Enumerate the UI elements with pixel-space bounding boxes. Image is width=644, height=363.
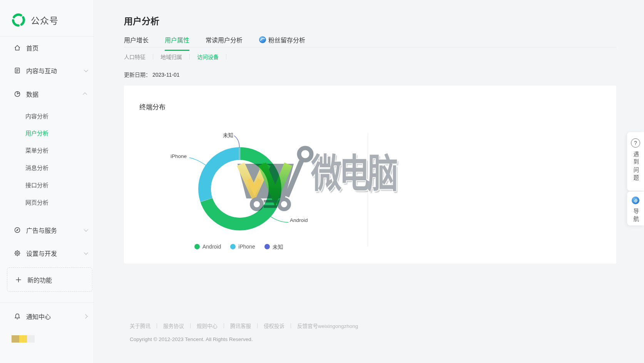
pie-chart-icon <box>14 91 21 97</box>
update-date-value: 2023-11-01 <box>152 72 180 78</box>
navigation-icon <box>631 196 640 205</box>
tab-user-attributes[interactable]: 用户属性 <box>165 35 189 46</box>
legend-item-android[interactable]: Android <box>194 244 221 250</box>
sidebar-item-content[interactable]: 内容与互动 <box>14 66 87 75</box>
separator <box>189 54 190 59</box>
copyright: Copyright © 2012-2023 Tencent. All Right… <box>130 336 253 342</box>
legend-dot-android <box>194 244 200 249</box>
swatch-yellow <box>19 335 27 343</box>
sidebar-item-ads[interactable]: 广告与服务 <box>14 225 87 235</box>
page-title: 用户分析 <box>124 14 159 27</box>
footer-link-report[interactable]: 侵权投诉 <box>264 322 284 329</box>
help-label: 遇到问题 <box>633 151 639 183</box>
subtab-region[interactable]: 地域归属 <box>161 53 182 61</box>
sidebar-item-label: 设置与开发 <box>26 249 57 258</box>
nav-label: 导航 <box>633 208 639 224</box>
legend-dot-iphone <box>230 244 236 249</box>
chevron-down-icon <box>84 250 88 255</box>
chevron-down-icon <box>84 68 88 72</box>
separator <box>291 323 291 328</box>
sidebar-item-label: 数据 <box>26 89 38 99</box>
legend-item-unknown[interactable]: 未知 <box>264 243 283 250</box>
subtab-bar: 人口特征 地域归属 访问设备 <box>124 53 226 60</box>
donut-hole <box>211 160 269 218</box>
sidebar-item-label: 首页 <box>26 43 38 52</box>
plus-icon <box>15 276 22 283</box>
sidebar-item-data[interactable]: 数据 <box>14 89 87 99</box>
legend-label: 未知 <box>273 243 283 250</box>
chevron-up-icon <box>83 92 87 97</box>
separator <box>153 54 153 59</box>
footer-links: 关于腾讯 服务协议 规则中心 腾讯客服 侵权投诉 反馈官号weixingongz… <box>130 322 358 329</box>
tab-regular-readers[interactable]: 常读用户分析 <box>206 35 243 46</box>
new-feature-button[interactable]: 新的功能 <box>7 267 92 292</box>
legend-label: iPhone <box>238 244 255 250</box>
help-panel-button[interactable]: ? 遇到问题 <box>627 132 644 191</box>
sidebar-item-api-analysis[interactable]: 接口分析 <box>25 181 49 189</box>
sidebar-item-label: 内容与互动 <box>26 66 57 75</box>
footer-link-terms[interactable]: 服务协议 <box>163 322 184 329</box>
sidebar-item-settings[interactable]: 设置与开发 <box>14 249 87 258</box>
separator <box>224 323 224 328</box>
separator <box>190 323 191 328</box>
tab-bar: 用户增长 用户属性 常读用户分析 粉丝留存分析 <box>124 35 305 46</box>
sidebar-item-menu-analysis[interactable]: 菜单分析 <box>25 146 49 154</box>
separator <box>226 54 226 59</box>
sidebar: 公众号 首页 内容与互动 数据 内容分析 用户分析 菜单分析 消息分析 接口分析… <box>0 0 94 363</box>
chart-legend: Android iPhone 未知 <box>194 243 283 250</box>
divider <box>0 302 94 303</box>
divider <box>368 133 368 247</box>
pie-label-android: Android <box>290 217 308 223</box>
sidebar-item-message-analysis[interactable]: 消息分析 <box>25 163 49 171</box>
footer-link-support[interactable]: 腾讯客服 <box>230 322 251 329</box>
subtab-demographics[interactable]: 人口特征 <box>124 53 146 61</box>
gear-icon <box>14 250 21 257</box>
logo[interactable]: 公众号 <box>11 12 59 28</box>
logo-text: 公众号 <box>31 13 59 27</box>
sidebar-item-content-analysis[interactable]: 内容分析 <box>25 112 49 120</box>
sidebar-item-label: 通知中心 <box>26 312 51 321</box>
document-icon <box>14 67 21 74</box>
tab-label: 粉丝留存分析 <box>268 35 305 44</box>
tab-bar-border <box>124 47 616 47</box>
separator <box>157 323 157 328</box>
legend-label: Android <box>202 244 221 250</box>
update-date-row: 更新日期： 2023-11-01 <box>124 71 179 78</box>
swatch-gray <box>27 335 35 343</box>
navigation-panel-button[interactable]: 导航 <box>627 192 644 225</box>
legend-item-iphone[interactable]: iPhone <box>230 244 255 250</box>
fans-retention-icon <box>259 36 266 44</box>
update-date-label: 更新日期： <box>124 72 151 78</box>
device-distribution-card <box>124 86 616 264</box>
sidebar-item-notice-center[interactable]: 通知中心 <box>14 312 87 321</box>
footer-link-rules[interactable]: 规则中心 <box>197 322 217 329</box>
tab-user-growth[interactable]: 用户增长 <box>124 35 149 46</box>
footer-link-about[interactable]: 关于腾讯 <box>130 322 151 329</box>
subtab-devices[interactable]: 访问设备 <box>197 53 219 61</box>
pie-label-unknown: 未知 <box>216 131 233 139</box>
sidebar-item-label: 广告与服务 <box>26 225 57 235</box>
chevron-right-icon <box>83 314 87 318</box>
donut-chart[interactable] <box>198 147 281 230</box>
chevron-down-icon <box>84 227 88 232</box>
compass-icon <box>14 227 21 234</box>
footer-link-feedback[interactable]: 反馈官号weixingongzhong <box>297 322 358 329</box>
card-title: 终端分布 <box>139 102 166 111</box>
separator <box>257 323 258 328</box>
bell-icon <box>14 313 21 320</box>
sidebar-item-home[interactable]: 首页 <box>14 43 87 52</box>
pie-label-iphone: iPhone <box>171 153 187 159</box>
sidebar-item-web-analysis[interactable]: 网页分析 <box>25 198 49 206</box>
sidebar-item-user-analysis[interactable]: 用户分析 <box>25 129 49 137</box>
legend-dot-unknown <box>264 244 270 249</box>
question-icon: ? <box>631 138 640 148</box>
swatch-tan <box>12 335 19 343</box>
tab-fans-retention[interactable]: 粉丝留存分析 <box>259 35 305 46</box>
color-swatches <box>12 335 35 343</box>
home-icon <box>14 44 21 51</box>
divider <box>0 36 94 37</box>
new-feature-label: 新的功能 <box>27 275 52 284</box>
wechat-official-logo-icon <box>11 12 26 28</box>
